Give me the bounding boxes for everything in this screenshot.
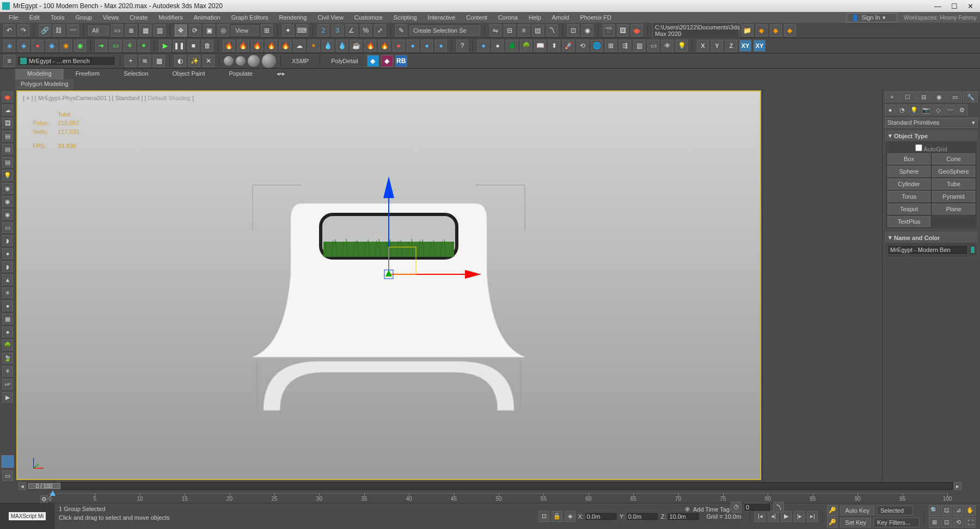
bulb-icon[interactable]: 💡	[676, 40, 688, 52]
undo-button[interactable]: ↶	[3, 24, 15, 36]
object-name-input[interactable]	[887, 245, 968, 255]
render-frame-button[interactable]: 🖼	[617, 24, 629, 36]
tb2-4[interactable]: ◉	[46, 40, 58, 52]
primitive-torus[interactable]: Torus	[887, 191, 930, 202]
tb2-start[interactable]: ✶	[138, 40, 150, 52]
ribbon-tab-toggle[interactable]: ◂▪▸	[265, 69, 297, 79]
tb2-2[interactable]: ◈	[17, 40, 29, 52]
key-tangent-button[interactable]: 〽	[773, 502, 784, 513]
rotate-button[interactable]: ⟳	[189, 24, 201, 36]
menu-help[interactable]: Help	[523, 13, 547, 22]
material-editor-button[interactable]: ◉	[581, 24, 593, 36]
primitive-sphere[interactable]: Sphere	[887, 166, 930, 177]
material-ball-3[interactable]	[248, 55, 260, 67]
redo-button[interactable]: ↷	[17, 24, 29, 36]
add-time-tag[interactable]: Add Time Tag	[693, 506, 730, 513]
menu-interactive[interactable]: Interactive	[422, 13, 461, 22]
autokey-button[interactable]: Auto Key	[840, 506, 874, 515]
scene-explorer-button[interactable]: ≡	[3, 55, 15, 67]
help-icon[interactable]: ?	[456, 40, 468, 52]
project-path-input[interactable]: C:\Users\20122\Documents\3ds Max 2020	[652, 22, 739, 39]
play-button[interactable]: ▶	[159, 40, 171, 52]
primitive-teapot[interactable]: Teapot	[887, 204, 930, 214]
keyfilters-button[interactable]: Key Filters...	[873, 518, 920, 527]
lt-spiral1[interactable]: ◉	[2, 183, 13, 194]
nav-orbit[interactable]: ⟲	[953, 517, 964, 528]
fire-6[interactable]: 🔥	[364, 40, 376, 52]
plugin-box-1[interactable]: ◆	[367, 55, 379, 67]
spinner-snap-button[interactable]: ⤢	[374, 24, 386, 36]
scale-button[interactable]: ▣	[203, 24, 215, 36]
signin-button[interactable]: 👤 Sign In ▾	[847, 13, 897, 22]
tb2-3[interactable]: ●	[32, 40, 44, 52]
stop-button[interactable]: ■	[187, 40, 199, 52]
ribbon-tab-populate[interactable]: Populate	[217, 69, 264, 79]
lt-dome[interactable]: ◗	[2, 235, 13, 246]
lt-img[interactable]: 🖼	[2, 118, 13, 128]
water-1[interactable]: 💧	[322, 40, 334, 52]
timeline-ruler[interactable]: ⚙ 05101520253035404550556065707580859095…	[0, 491, 980, 503]
lt-dome2[interactable]: ◗	[2, 261, 13, 272]
nav-fov[interactable]: ⊿	[953, 505, 964, 516]
nav-maximize[interactable]: ⛶	[965, 517, 976, 528]
viewport[interactable]: [ + ] [ MrEgypt-PhysCamera001 ] [ Standa…	[16, 90, 761, 480]
menu-graph-editors[interactable]: Graph Editors	[226, 13, 274, 22]
tabs-icon[interactable]: ▭	[647, 40, 659, 52]
water-2[interactable]: 💧	[336, 40, 348, 52]
ribbon-subpanel[interactable]: Polygon Modeling	[15, 79, 74, 89]
time-next-button[interactable]: ▸	[954, 482, 961, 490]
cp-tab-hierarchy[interactable]: ⊟	[916, 91, 931, 102]
menu-customize[interactable]: Customize	[349, 13, 388, 22]
red-1[interactable]: ●	[393, 40, 405, 52]
freeze-button[interactable]: ▦	[153, 55, 165, 67]
plugin-btn-3[interactable]: ◆	[784, 24, 796, 36]
coord-mode-button[interactable]: ◈	[565, 511, 575, 522]
render-setup-button[interactable]: 🎬	[603, 24, 615, 36]
mirror-button[interactable]: ⇋	[489, 24, 501, 36]
lt-red[interactable]: ●	[2, 327, 13, 337]
lt-active-view[interactable]	[1, 455, 14, 468]
material-ball-4[interactable]	[262, 54, 276, 68]
vertical-icon[interactable]: ⬍	[548, 40, 560, 52]
select-manipulate-button[interactable]: ✦	[282, 24, 294, 36]
add-button[interactable]: +	[125, 55, 137, 67]
menu-arnold[interactable]: Arnold	[547, 13, 575, 22]
lt-list2[interactable]: ▤	[2, 144, 13, 155]
axis-xy[interactable]: XY	[739, 40, 751, 52]
select-button[interactable]: ▭	[111, 24, 123, 36]
fire-2[interactable]: 🔥	[237, 40, 249, 52]
ribbon-tab-freeform[interactable]: Freeform	[64, 69, 112, 79]
cp-tab-create[interactable]: +	[885, 91, 899, 102]
toggle-ribbon-button[interactable]: ▤	[532, 24, 544, 36]
workspace-selector[interactable]: Workspaces: Hosny Fahmy	[904, 14, 977, 21]
unlink-button[interactable]: ⛓	[53, 24, 65, 36]
tb2-export[interactable]: ➜	[95, 40, 107, 52]
key-mode-dropdown[interactable]: Selected	[877, 506, 913, 515]
lt-tree[interactable]: 🌳	[2, 340, 13, 350]
lt-teapot[interactable]: 🫖	[2, 91, 13, 102]
lt-sun[interactable]: ☀	[2, 287, 13, 298]
time-track[interactable]: 0 / 100	[27, 482, 953, 490]
light-2[interactable]: ●	[492, 40, 504, 52]
box-plus-icon[interactable]: ⊞	[605, 40, 617, 52]
menu-content[interactable]: Content	[461, 13, 493, 22]
y-coord-input[interactable]	[626, 512, 659, 521]
fire-7[interactable]: 🔥	[378, 40, 390, 52]
material-ball-2[interactable]	[236, 56, 246, 66]
axis-xyz[interactable]: XY	[754, 40, 765, 52]
window-crossing-button[interactable]: ▥	[154, 24, 166, 36]
axis-y[interactable]: Y	[711, 40, 723, 52]
maximize-button[interactable]: ☐	[951, 2, 958, 10]
primitive-cylinder[interactable]: Cylinder	[887, 179, 930, 189]
minimize-button[interactable]: —	[934, 2, 941, 10]
menu-views[interactable]: Views	[97, 13, 124, 22]
arr-icon[interactable]: ⇶	[619, 40, 631, 52]
menu-phoenix-fd[interactable]: Phoenix FD	[574, 13, 616, 22]
link-button[interactable]: 🔗	[39, 24, 51, 36]
axis-x[interactable]: X	[697, 40, 709, 52]
nav-zoom[interactable]: 🔍	[929, 505, 940, 516]
book-icon[interactable]: 📖	[534, 40, 546, 52]
cp-tab-utilities[interactable]: 🔧	[963, 91, 978, 102]
primitive-box[interactable]: Box	[887, 153, 930, 164]
angle-snap-button[interactable]: ∠	[346, 24, 358, 36]
